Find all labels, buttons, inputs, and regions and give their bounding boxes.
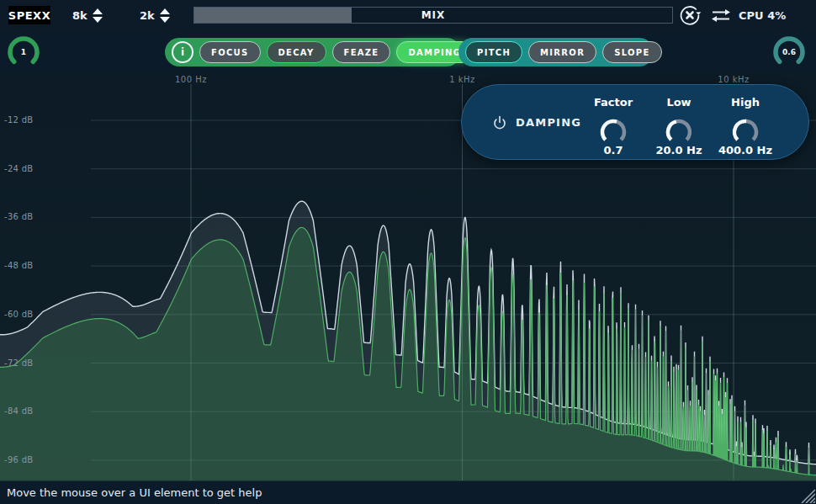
low-knob-label: Low xyxy=(641,96,717,109)
factor-knob[interactable] xyxy=(598,117,628,147)
damping-panel: DAMPING Factor 0.7 Low 20.0 Hz High 400.… xyxy=(461,84,809,160)
db-tick-label: -24 dB xyxy=(4,164,34,173)
module-group-teal: PITCH MIRROR SLOPE xyxy=(458,38,654,66)
spexx-plugin-window: SPEXX 8k 2k MIX xyxy=(0,0,816,504)
reset-button[interactable] xyxy=(678,3,702,27)
freq-tick-label: 10 kHz xyxy=(718,75,749,84)
freq-tick-label: 1 kHz xyxy=(449,75,475,84)
cpu-usage-label: CPU 4% xyxy=(739,9,786,22)
input-gain-knob[interactable]: 1 xyxy=(5,34,42,71)
db-tick-label: -48 dB xyxy=(4,261,34,270)
block-size-down-arrow[interactable] xyxy=(160,17,170,23)
high-knob[interactable] xyxy=(730,117,760,147)
high-knob-label: High xyxy=(707,96,783,109)
fft-size-down-arrow[interactable] xyxy=(93,17,103,23)
power-icon[interactable] xyxy=(492,115,507,130)
controls-row: 1 i FOCUS DECAY FEAZE DAMPING PITCH MIRR… xyxy=(0,32,816,72)
db-tick-label: -84 dB xyxy=(4,406,34,416)
brand-logo: SPEXX xyxy=(8,6,50,24)
fft-size-value: 8k xyxy=(72,9,87,22)
db-tick-label: -60 dB xyxy=(4,310,34,319)
decay-button[interactable]: DECAY xyxy=(267,41,326,63)
db-tick-label: -72 dB xyxy=(4,358,34,368)
knob-value: 0.6 xyxy=(771,34,808,71)
low-knob[interactable] xyxy=(664,117,694,147)
block-size-up-arrow[interactable] xyxy=(160,8,170,14)
help-text: Move the mouse over a UI element to get … xyxy=(7,481,262,504)
fft-size-stepper: 8k xyxy=(72,5,103,25)
db-tick-label: -96 dB xyxy=(4,455,34,464)
focus-button[interactable]: FOCUS xyxy=(199,41,261,63)
knob-value: 1 xyxy=(5,34,42,71)
slope-button[interactable]: SLOPE xyxy=(602,41,661,63)
damping-panel-title: DAMPING xyxy=(516,116,581,129)
pitch-button[interactable]: PITCH xyxy=(465,41,522,63)
fft-size-up-arrow[interactable] xyxy=(93,8,103,14)
status-bar: Move the mouse over a UI element to get … xyxy=(0,480,816,504)
module-group-green: i FOCUS DECAY FEAZE DAMPING xyxy=(165,38,461,66)
mix-slider-label: MIX xyxy=(194,8,672,23)
block-size-stepper: 2k xyxy=(140,5,170,25)
db-tick-label: -12 dB xyxy=(4,115,34,125)
mix-slider[interactable]: MIX xyxy=(193,7,673,24)
feaze-button[interactable]: FEAZE xyxy=(332,41,391,63)
resize-grip[interactable] xyxy=(798,486,815,503)
high-knob-group: High 400.0 Hz xyxy=(707,85,783,161)
info-icon[interactable]: i xyxy=(172,41,193,63)
mirror-button[interactable]: MIRROR xyxy=(528,41,596,63)
output-gain-knob[interactable]: 0.6 xyxy=(771,34,808,71)
high-knob-value: 400.0 Hz xyxy=(699,144,792,157)
block-size-value: 2k xyxy=(140,9,155,22)
factor-knob-label: Factor xyxy=(575,96,651,109)
db-tick-label: -36 dB xyxy=(4,212,34,221)
swap-channels-icon[interactable] xyxy=(711,8,731,23)
top-bar: SPEXX 8k 2k MIX xyxy=(0,0,816,32)
freq-tick-label: 100 Hz xyxy=(175,75,207,84)
